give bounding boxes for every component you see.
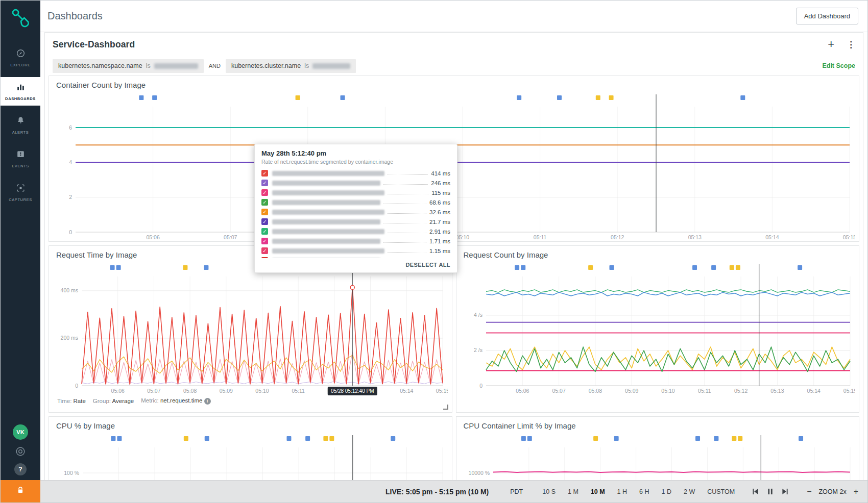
- tooltip-series-row[interactable]: ✓115 ms: [261, 188, 450, 197]
- redacted-series-name: [272, 171, 384, 176]
- top-header: Dashboards Add Dashboard: [40, 1, 867, 32]
- sidebar-item-dashboards[interactable]: DASHBOARDS: [1, 77, 40, 106]
- range-10s[interactable]: 10 S: [542, 488, 556, 495]
- zoom-out-button[interactable]: −: [807, 487, 811, 496]
- tooltip-series-row[interactable]: ✓246 ms: [261, 178, 450, 188]
- chart-title: Container Count by Image: [49, 76, 859, 92]
- range-1d[interactable]: 1 D: [662, 488, 671, 495]
- svg-text:05:15: 05:15: [843, 388, 855, 394]
- add-dashboard-button[interactable]: Add Dashboard: [796, 8, 858, 24]
- svg-text:05:15: 05:15: [436, 388, 448, 394]
- resize-handle-icon[interactable]: [443, 405, 448, 410]
- page-title: Dashboards: [47, 10, 103, 22]
- sidebar-item-captures[interactable]: CAPTURES: [1, 178, 40, 207]
- lock-button[interactable]: [1, 480, 40, 502]
- kebab-menu-icon[interactable]: ⋮: [847, 40, 855, 49]
- sidebar-item-label: DASHBOARDS: [5, 96, 36, 101]
- info-icon[interactable]: i: [204, 398, 211, 405]
- redacted-series-name: [272, 248, 384, 254]
- scope-join-label: AND: [209, 63, 221, 69]
- compass-icon: [16, 48, 26, 60]
- svg-text:0: 0: [479, 383, 483, 389]
- footer-group-value[interactable]: Average: [112, 398, 134, 404]
- scope-operator: is: [146, 62, 151, 69]
- tooltip-series-row[interactable]: ✓21.7 ms: [261, 217, 450, 227]
- chart-canvas-cpu-pct[interactable]: 05:0605:0705:0805:0905:1005:1105:1205:13…: [53, 433, 448, 480]
- scope-operator: is: [304, 62, 309, 69]
- series-checkbox-icon[interactable]: ✓: [261, 257, 268, 258]
- footer-time-value[interactable]: Rate: [74, 398, 86, 404]
- series-checkbox-icon[interactable]: ✓: [261, 218, 268, 225]
- tooltip-series-row[interactable]: ✓2.91 ms: [261, 227, 450, 236]
- series-checkbox-icon[interactable]: ✓: [261, 170, 268, 177]
- svg-text:05:06: 05:06: [146, 234, 159, 240]
- sidebar-item-events[interactable]: EVENTS: [1, 144, 40, 173]
- svg-text:05:14: 05:14: [400, 388, 413, 394]
- chart-canvas-cpu-limit-pct[interactable]: 05:0605:0705:0805:0905:1005:1105:1205:13…: [461, 433, 855, 480]
- svg-text:0: 0: [69, 229, 72, 235]
- series-checkbox-icon[interactable]: ✓: [261, 247, 268, 254]
- series-checkbox-icon[interactable]: ✓: [261, 180, 268, 186]
- redacted-series-name: [272, 258, 380, 259]
- range-1h[interactable]: 1 H: [617, 488, 627, 495]
- footer-metric-value[interactable]: net.request.time: [160, 397, 202, 404]
- svg-text:05:11: 05:11: [292, 388, 305, 394]
- series-value: 414 ms: [431, 170, 450, 177]
- tooltip-series-row[interactable]: ✓1.15 ms: [261, 246, 450, 256]
- range-2w[interactable]: 2 W: [684, 488, 695, 495]
- series-value: 246 ms: [431, 180, 450, 186]
- svg-text:05:14: 05:14: [807, 388, 820, 394]
- help-icon[interactable]: ?: [14, 463, 27, 475]
- zoom-controls: − ZOOM 2x +: [807, 487, 858, 496]
- scope-pill-cluster[interactable]: kubernetes.cluster.name is: [226, 59, 356, 73]
- chart-settings-footer: Time: Rate Group: Average Metric: net.re…: [49, 396, 452, 405]
- series-checkbox-icon[interactable]: ✓: [261, 209, 268, 215]
- edit-scope-link[interactable]: Edit Scope: [822, 62, 855, 69]
- range-10m[interactable]: 10 M: [591, 488, 605, 495]
- tooltip-series-row[interactable]: ✓1.71 ms: [261, 236, 450, 246]
- chart-title: CPU Container Limit % by Image: [456, 417, 859, 433]
- svg-text:4: 4: [69, 159, 72, 165]
- svg-text:0: 0: [75, 383, 78, 389]
- tooltip-series-row[interactable]: ✓414 ms: [261, 168, 450, 178]
- tooltip-series-row[interactable]: ✓68.6 ms: [261, 197, 450, 207]
- sidebar-item-label: EVENTS: [12, 164, 29, 168]
- sidebar-item-label: EXPLORE: [10, 63, 31, 67]
- series-value: 1.71 ms: [429, 238, 450, 244]
- barchart-icon: [16, 82, 26, 94]
- series-checkbox-icon[interactable]: ✓: [261, 228, 268, 235]
- series-checkbox-icon[interactable]: ✓: [261, 189, 268, 196]
- sidebar-bottom: VK ?: [13, 424, 28, 480]
- add-panel-icon[interactable]: +: [828, 39, 834, 50]
- chart-canvas-request-time[interactable]: 05:0605:0705:0805:0905:1005:1105:1205:13…: [53, 262, 448, 396]
- skip-to-start-button[interactable]: [752, 488, 759, 495]
- zoom-level-label: ZOOM 2x: [818, 488, 846, 495]
- sidebar-item-label: CAPTURES: [9, 197, 32, 202]
- range-6h[interactable]: 6 H: [639, 488, 649, 495]
- pause-button[interactable]: [767, 488, 774, 495]
- user-avatar[interactable]: VK: [13, 424, 28, 440]
- record-icon[interactable]: [15, 445, 26, 458]
- svg-text:05:10: 05:10: [255, 388, 269, 394]
- svg-text:100 %: 100 %: [64, 470, 79, 476]
- series-value: 21.7 ms: [429, 219, 450, 225]
- timezone-selector[interactable]: PDT: [510, 488, 523, 495]
- range-custom[interactable]: CUSTOM: [707, 488, 735, 495]
- scope-pill-namespace[interactable]: kubernetes.namespace.name is: [53, 59, 204, 73]
- chart-canvas-request-count[interactable]: 05:0605:0705:0805:0905:1005:1105:1205:13…: [461, 262, 855, 396]
- series-value: 115 ms: [431, 190, 450, 196]
- range-1m[interactable]: 1 M: [568, 488, 578, 495]
- sidebar-item-alerts[interactable]: ALERTS: [1, 111, 40, 139]
- series-checkbox-icon[interactable]: ✓: [261, 238, 268, 244]
- tooltip-series-row[interactable]: ✓32.6 ms: [261, 207, 450, 217]
- tooltip-series-list: ✓414 ms✓246 ms✓115 ms✓68.6 ms✓32.6 ms✓21…: [261, 168, 450, 258]
- zoom-in-button[interactable]: +: [854, 487, 858, 496]
- series-checkbox-icon[interactable]: ✓: [261, 199, 268, 206]
- sidebar-item-explore[interactable]: EXPLORE: [1, 43, 40, 72]
- skip-to-end-button[interactable]: [782, 488, 788, 495]
- sidebar-item-label: ALERTS: [12, 130, 29, 135]
- deselect-all-button[interactable]: DESELECT ALL: [261, 258, 450, 268]
- tooltip-subtitle: Rate of net.request.time segmented by co…: [261, 159, 450, 165]
- scope-key: kubernetes.cluster.name: [231, 62, 301, 69]
- svg-text:05:06: 05:06: [111, 388, 125, 394]
